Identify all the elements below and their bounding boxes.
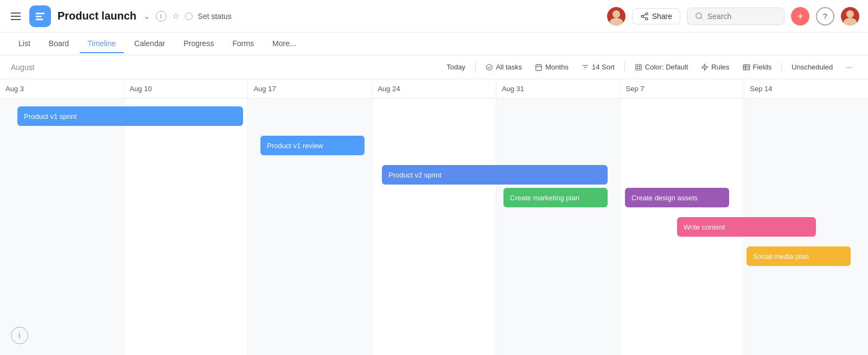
tab-timeline[interactable]: Timeline: [80, 35, 123, 53]
search-icon: [695, 12, 703, 20]
fields-icon: [743, 64, 750, 71]
month-label: August: [11, 63, 35, 72]
tasks-layer: Product v1 sprintProduct v1 reviewProduc…: [0, 99, 868, 355]
svg-point-3: [612, 10, 620, 18]
divider3: [781, 62, 782, 73]
all-tasks-button[interactable]: All tasks: [480, 60, 527, 74]
more-options-button[interactable]: ···: [840, 60, 857, 74]
date-col: Aug 10: [124, 79, 248, 98]
months-button[interactable]: Months: [529, 60, 574, 74]
tab-board[interactable]: Board: [41, 35, 76, 53]
divider2: [624, 62, 625, 73]
task-bar-task5[interactable]: Create design assets: [625, 188, 729, 207]
svg-point-7: [646, 17, 648, 20]
task-bar-task6[interactable]: Write content: [677, 217, 816, 237]
header-icons: ⌄ i ☆ Set status: [143, 11, 232, 22]
svg-point-12: [846, 10, 854, 18]
circle-check-icon: [486, 64, 493, 71]
svg-rect-1: [36, 16, 42, 17]
user-avatar-main[interactable]: [841, 7, 859, 26]
rules-icon: [701, 64, 709, 71]
status-circle-icon: [185, 12, 193, 20]
hamburger-menu[interactable]: [9, 10, 23, 22]
rules-button[interactable]: Rules: [695, 60, 735, 74]
date-col: Aug 31: [496, 79, 621, 98]
date-col: Aug 17: [248, 79, 372, 98]
star-icon[interactable]: ☆: [172, 11, 180, 21]
tab-more[interactable]: More...: [265, 35, 304, 53]
svg-point-5: [646, 12, 648, 15]
chevron-down-icon[interactable]: ⌄: [143, 11, 150, 21]
svg-rect-0: [36, 12, 45, 14]
info-icon[interactable]: i: [156, 11, 167, 22]
task-bar-task1[interactable]: Product v1 sprint: [17, 106, 243, 126]
svg-rect-22: [636, 64, 642, 70]
svg-rect-15: [536, 65, 542, 70]
svg-line-8: [643, 17, 646, 18]
app-icon: [29, 5, 51, 27]
add-button[interactable]: +: [791, 7, 809, 26]
date-col: Sep 14: [744, 79, 868, 98]
calendar-icon: [535, 64, 542, 71]
user-avatar-small[interactable]: [607, 7, 626, 26]
timeline-header: Aug 3Aug 10Aug 17Aug 24Aug 31Sep 7Sep 14: [0, 79, 868, 99]
unscheduled-button[interactable]: Unscheduled: [786, 60, 838, 74]
tab-calendar[interactable]: Calendar: [127, 35, 173, 53]
svg-point-6: [641, 15, 643, 17]
date-col: Sep 7: [621, 79, 745, 98]
svg-point-24: [639, 66, 640, 67]
divider1: [475, 62, 476, 73]
toolbar: August Today All tasks Months 14 Sort Co…: [0, 55, 868, 79]
svg-rect-28: [743, 65, 750, 69]
info-button[interactable]: i: [11, 327, 28, 344]
timeline-body: Product v1 sprintProduct v1 reviewProduc…: [0, 99, 868, 355]
share-button[interactable]: Share: [632, 8, 680, 24]
tab-progress[interactable]: Progress: [176, 35, 221, 53]
date-col: Aug 3: [0, 79, 124, 98]
task-bar-task3[interactable]: Product v2 sprint: [382, 165, 608, 185]
sort-icon: [582, 64, 589, 71]
color-button[interactable]: Color: Default: [629, 60, 693, 74]
tab-list[interactable]: List: [11, 35, 38, 53]
svg-point-13: [844, 18, 857, 26]
task-bar-task2[interactable]: Product v1 review: [260, 136, 365, 155]
search-input[interactable]: [707, 12, 773, 21]
sort-button[interactable]: 14 Sort: [576, 60, 620, 74]
tab-forms[interactable]: Forms: [225, 35, 261, 53]
nav-tabs: List Board Timeline Calendar Progress Fo…: [0, 33, 868, 55]
svg-point-23: [637, 66, 638, 67]
svg-point-4: [610, 18, 623, 26]
date-col: Aug 24: [372, 79, 496, 98]
svg-point-14: [487, 64, 493, 70]
help-button[interactable]: ?: [816, 7, 834, 26]
task-bar-task7[interactable]: Social media plan: [746, 246, 851, 266]
set-status-label[interactable]: Set status: [198, 12, 232, 21]
svg-line-11: [700, 17, 702, 19]
svg-point-26: [637, 68, 638, 69]
task-bar-task4[interactable]: Create marketing plan: [503, 188, 608, 207]
svg-rect-2: [36, 18, 43, 20]
fields-button[interactable]: Fields: [737, 60, 777, 74]
color-icon: [635, 64, 642, 71]
timeline-container: Aug 3Aug 10Aug 17Aug 24Aug 31Sep 7Sep 14…: [0, 79, 868, 355]
project-title: Product launch: [58, 10, 137, 22]
svg-marker-27: [702, 64, 708, 71]
search-box[interactable]: [687, 8, 784, 25]
svg-line-9: [643, 14, 646, 16]
svg-point-25: [639, 68, 640, 69]
svg-point-10: [696, 13, 701, 18]
today-button[interactable]: Today: [441, 60, 471, 74]
